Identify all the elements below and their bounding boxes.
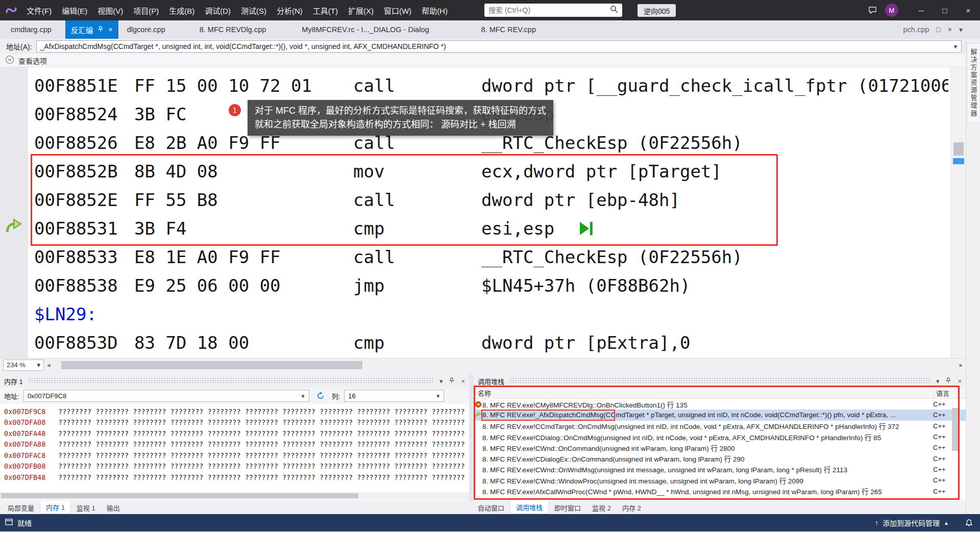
call-stack-frame[interactable]: 8. MFC REV.exe!AfxCallWndProc(CWnd * pWn… [474,486,966,496]
notifications-bell-icon[interactable] [965,519,973,527]
call-stack-scrollbar-thumb[interactable] [952,408,958,451]
panel-drag-grip[interactable] [28,378,434,384]
background-tasks-icon[interactable] [5,519,13,527]
column-header-language[interactable]: 语言 [933,388,966,398]
menu-project[interactable]: 项目(P) [128,0,164,20]
tab-call-stack[interactable]: 调用堆栈 [510,501,549,514]
menu-build[interactable]: 生成(B) [164,0,200,20]
user-avatar[interactable]: M [885,4,898,17]
call-stack-frame-selected[interactable]: 8. MFC REV.exe!_AfxDispatchCmdMsg(CCmdTa… [474,410,966,420]
memory-row-data: ???????? ???????? ???????? ???????? ????… [58,451,469,460]
disasm-line[interactable]: 00F88538E9 25 06 00 00jmp$LN45+37h (0F88… [0,271,948,300]
tab-pch-cpp[interactable]: pch.cpp [903,25,929,34]
maximize-button[interactable]: □ [933,0,957,20]
tab-watch-2[interactable]: 监视 2 [586,501,617,514]
menu-edit[interactable]: 编辑(E) [57,0,92,20]
status-bar: 就绪 ↑ 添加到源代码管理 ▲ [0,514,980,531]
tab-rc-dialog[interactable]: My8MFCREV.rc - I..._DIALOG - Dialog [296,20,434,39]
disasm-line[interactable]: 00F8852EFF 55 B8calldword ptr [ebp-48h] [0,186,948,214]
call-stack-frame[interactable]: 8. MFC REV.exe!CDialogEx::OnCommand(unsi… [474,453,966,464]
tab-immediate[interactable]: 即时窗口 [549,501,586,514]
tab-cmdtarg-cpp[interactable]: cmdtarg.cpp [5,20,57,39]
disasm-line[interactable]: 00F8851EFF 15 00 10 72 01calldword ptr [… [0,71,948,100]
minimize-button[interactable]: ─ [910,0,933,20]
feedback-icon[interactable] [868,6,877,14]
editor-vertical-scrollbar[interactable] [950,67,966,358]
disassembly-editor[interactable]: 00F8851EFF 15 00 10 72 01calldword ptr [… [0,67,966,358]
disasm-line[interactable]: 00F8853D83 7D 18 00cmpdword ptr [pExtra]… [0,328,948,357]
menu-test[interactable]: 测试(S) [236,0,272,20]
memory-columns-combo[interactable]: 16 ▾ [344,390,444,402]
scroll-left-icon[interactable]: ◂ [44,361,53,369]
instruction-bytes: E9 25 06 00 00 [134,275,353,296]
call-stack-frame[interactable]: 8. MFC REV.exe!CCmdTarget::OnCmdMsg(unsi… [474,421,966,431]
memory-row-address: 0x007DFA88 [4,440,58,448]
caret-up-icon[interactable]: ▲ [944,520,949,526]
panel-menu-icon[interactable]: ▾ [936,377,940,385]
tab-memory-2[interactable]: 内存 2 [617,501,647,514]
solution-explorer-side-tab[interactable]: 解决方案资源管理器 [967,43,980,123]
editor-horizontal-scrollbar[interactable] [53,359,957,371]
menu-window[interactable]: 窗口(W) [379,0,416,20]
disasm-label-line[interactable]: $LN29: [0,300,948,328]
quick-search-box[interactable] [484,4,622,17]
tab-mfc-revdlg-cpp[interactable]: 8. MFC REVDlg.cpp [194,20,272,39]
address-combo[interactable]: _AfxDispatchCmdMsg(CCmdTarget *, unsigne… [36,40,962,53]
zoom-level-select[interactable]: 234 % ▾ [3,360,44,371]
search-input[interactable] [488,6,610,14]
tab-dlgcore-cpp[interactable]: dlgcore.cpp [121,20,171,39]
chevron-down-icon[interactable]: ▾ [298,390,309,401]
scrollbar-thumb[interactable] [61,361,362,369]
tab-overflow-icon[interactable]: ▾ [959,25,963,34]
disasm-line[interactable]: 00F88533E8 1E A0 F9 FFcall__RTC_CheckEsp… [0,243,948,271]
call-stack-frame[interactable]: 8. MFC REV.exe!CDialog::OnCmdMsg(unsigne… [474,431,966,442]
call-stack-frame[interactable]: 8. MFC REV.exe!CWnd::WindowProc(unsigned… [474,475,966,486]
memory-address-combo[interactable]: 0x007DF9C8 ▾ [23,390,309,402]
pin-icon[interactable] [945,377,951,385]
scrollbar-thumb[interactable] [1,493,358,498]
pin-icon[interactable] [97,25,104,34]
call-stack-frame[interactable]: 8. MFC REV.exe!CWnd::OnWndMsg(unsigned i… [474,464,966,475]
memory-horizontal-scrollbar[interactable] [0,492,469,499]
disasm-line[interactable]: 00F8852B8B 4D 08movecx,dword ptr [pTarge… [0,157,948,186]
pin-icon[interactable] [449,377,455,385]
menu-extensions[interactable]: 扩展(X) [343,0,379,20]
memory-row-address: 0x007DFB48 [4,473,58,481]
chevron-down-icon[interactable]: ▾ [950,41,961,52]
scroll-right-icon[interactable]: ▸ [957,361,966,369]
call-stack-frame[interactable]: 8. MFC REV.exe!CWnd::OnCommand(unsigned … [474,442,966,453]
tab-locals[interactable]: 局部变量 [2,501,40,514]
close-panel-icon[interactable]: × [958,377,962,385]
panel-drag-grip[interactable] [509,378,931,384]
expander-chevron-icon[interactable] [5,55,14,66]
menu-file[interactable]: 文件(F) [21,0,57,20]
close-tab-icon[interactable]: × [108,25,112,34]
view-options-label[interactable]: 查看选项 [18,56,47,66]
tab-memory-1[interactable]: 内存 1 [40,501,71,514]
close-pane-icon[interactable]: × [948,25,952,34]
tab-mfc-rev-cpp[interactable]: 8. MFC REV.cpp [476,20,542,39]
panel-menu-icon[interactable]: ▾ [439,377,443,385]
menu-view[interactable]: 视图(V) [92,0,128,20]
refresh-icon[interactable] [314,390,327,402]
menu-help[interactable]: 帮助(H) [416,0,453,20]
scrollbar-thumb[interactable] [953,142,964,156]
add-to-source-control-button[interactable]: 添加到源代码管理 [883,518,940,528]
call-stack-frame[interactable]: 8. MFC REV.exe!CMy8MFCREVDlg::OnBnClicke… [474,399,966,410]
column-header-name[interactable]: 名称 [474,388,933,398]
close-window-button[interactable]: × [957,0,980,20]
disasm-line-current[interactable]: 00F885313B F4cmpesi,esp [0,214,948,243]
menu-analyze[interactable]: 分析(N) [272,0,308,20]
tab-watch-1[interactable]: 监视 1 [71,501,101,514]
panel-splitter[interactable] [469,374,474,501]
memory-grid[interactable]: 0x007DF9C8???????? ???????? ???????? ???… [0,404,469,492]
menu-debug[interactable]: 调试(D) [200,0,236,20]
restore-pane-icon[interactable]: □ [936,25,940,34]
solution-name-chip[interactable]: 逆向005 [638,4,676,17]
tab-disassembly[interactable]: 反汇编 × [65,20,118,39]
tab-autos[interactable]: 自动窗口 [472,501,510,514]
menu-tools[interactable]: 工具(T) [308,0,343,20]
tab-output[interactable]: 输出 [101,501,126,514]
close-panel-icon[interactable]: × [461,377,465,385]
chevron-down-icon[interactable]: ▾ [432,390,444,401]
